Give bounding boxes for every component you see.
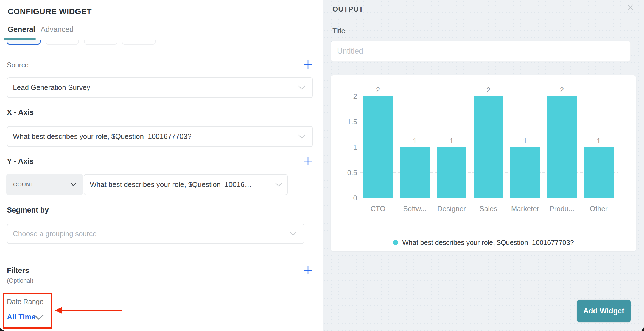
bar-value-label: 1 [437, 137, 466, 145]
y-tick-label: 0 [331, 194, 357, 202]
chart-type-button-selected[interactable] [7, 40, 41, 45]
y-axis-heading: Y - Axis [7, 157, 34, 166]
tab-general[interactable]: General [8, 25, 35, 34]
add-source-button[interactable] [303, 60, 313, 71]
x-category-label: Other [580, 205, 617, 213]
x-axis-select[interactable]: What best describes your role, $Question… [7, 126, 313, 147]
y-tick-label: 0.5 [331, 169, 357, 177]
x-category-label: CTO [360, 205, 396, 213]
tab-advanced[interactable]: Advanced [41, 25, 74, 34]
x-category-label: Designer [433, 205, 470, 213]
chart-preview-card: 00.511.522CTO1Softw...1Designer2Sales1Ma… [331, 75, 636, 251]
y-tick-label: 2 [331, 92, 357, 101]
date-range-select[interactable]: All Time [7, 313, 36, 321]
source-select-value: Lead Generation Survey [13, 83, 90, 92]
segment-by-heading: Segment by [7, 206, 49, 214]
plus-icon [303, 156, 313, 167]
y-axis-aggregation-select[interactable]: COUNT [6, 174, 83, 195]
widget-title-input[interactable] [331, 41, 631, 62]
segment-by-placeholder: Choose a grouping source [13, 230, 97, 238]
legend-label: What best describes your role, $Question… [402, 239, 574, 247]
aggregation-value: COUNT [13, 181, 34, 188]
chevron-down-icon [275, 183, 282, 187]
cursor-artifact [0, 328, 4, 331]
plus-icon [303, 265, 313, 276]
annotation-arrow [61, 310, 122, 311]
bar-Designer [437, 147, 466, 198]
y-axis-select-value: What best describes your role, $Question… [90, 180, 252, 189]
bar-Marketer [510, 147, 540, 198]
output-heading: OUTPUT [332, 5, 363, 13]
bar-Produ... [547, 96, 577, 198]
bar-value-label: 1 [400, 137, 430, 145]
add-y-axis-button[interactable] [303, 156, 313, 167]
chevron-down-icon [298, 134, 305, 139]
y-tick-label: 1.5 [331, 118, 357, 126]
source-select[interactable]: Lead Generation Survey [7, 77, 313, 98]
y-tick-label: 1 [331, 143, 357, 151]
chart-plot: 00.511.522CTO1Softw...1Designer2Sales1Ma… [331, 75, 636, 251]
date-range-label: Date Range [7, 298, 43, 306]
x-category-label: Sales [470, 205, 507, 213]
bar-value-label: 2 [547, 86, 577, 94]
x-axis-heading: X - Axis [7, 108, 34, 117]
legend-dot-icon [393, 240, 398, 245]
annotation-arrow-head [55, 307, 62, 314]
add-filter-button[interactable] [303, 265, 313, 276]
cursor-artifact [641, 327, 644, 331]
bar-value-label: 2 [474, 86, 503, 94]
chevron-down-icon [290, 231, 297, 236]
add-widget-button[interactable]: Add Widget [577, 300, 631, 322]
x-category-label: Produ... [544, 205, 580, 213]
filters-optional-note: (Optional) [7, 277, 33, 284]
divider [7, 258, 313, 258]
close-icon [627, 4, 634, 12]
chart-type-button[interactable] [46, 40, 79, 45]
chevron-down-icon [70, 183, 76, 186]
x-axis-line [360, 198, 618, 198]
bar-CTO [363, 96, 393, 198]
chart-type-button[interactable] [84, 40, 117, 45]
configure-widget-screen: CONFIGURE WIDGET General Advanced Source… [0, 0, 644, 331]
plus-icon [303, 60, 313, 71]
bar-Softw... [400, 147, 430, 198]
bar-Sales [474, 96, 503, 198]
x-category-label: Softw... [396, 205, 433, 213]
output-panel: OUTPUT Title 00.511.522CTO1Softw...1Desi… [323, 0, 644, 331]
bar-value-label: 1 [510, 137, 540, 145]
chart-type-button[interactable] [122, 40, 156, 45]
configure-panel: CONFIGURE WIDGET General Advanced Source… [0, 0, 323, 331]
chevron-down-icon [298, 85, 305, 90]
page-title: CONFIGURE WIDGET [8, 7, 92, 16]
close-button[interactable] [626, 4, 634, 12]
chart-legend: What best describes your role, $Question… [331, 238, 636, 247]
source-label: Source [7, 61, 29, 69]
segment-by-select[interactable]: Choose a grouping source [7, 224, 304, 244]
widget-title-label: Title [332, 27, 345, 35]
bar-value-label: 2 [363, 86, 393, 94]
x-category-label: Marketer [507, 205, 544, 213]
chevron-down-icon[interactable] [33, 314, 44, 320]
x-axis-select-value: What best describes your role, $Question… [13, 132, 191, 141]
y-axis-select[interactable]: What best describes your role, $Question… [84, 174, 288, 195]
bar-value-label: 1 [584, 137, 614, 145]
bar-Other [584, 147, 614, 198]
filters-heading: Filters [7, 266, 29, 275]
